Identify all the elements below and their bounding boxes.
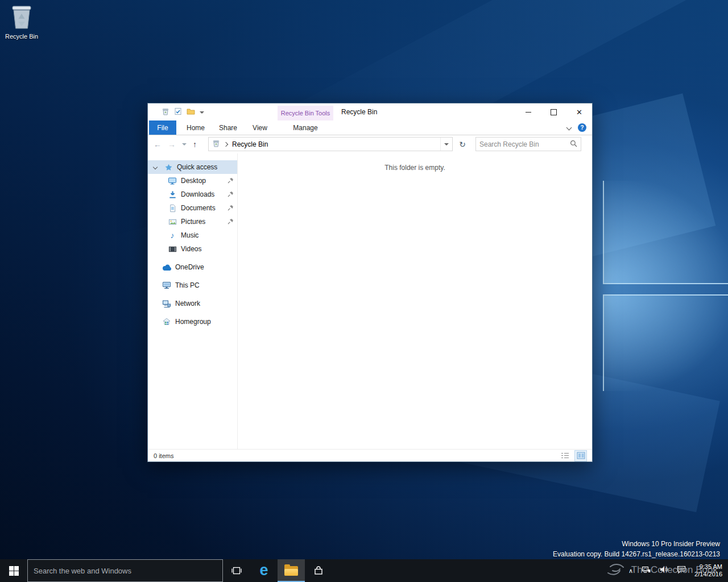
- qat-properties-button[interactable]: [174, 107, 182, 117]
- details-view-button[interactable]: [559, 451, 570, 461]
- sidebar-item-downloads[interactable]: Downloads: [148, 188, 237, 201]
- wallpaper-logo-pane: [603, 181, 728, 284]
- watermark-line2: Evaluation copy. Build 14267.rs1_release…: [553, 549, 720, 559]
- close-button[interactable]: ✕: [566, 103, 592, 120]
- breadcrumb-chevron-icon[interactable]: [224, 142, 228, 146]
- maximize-icon: [551, 109, 557, 115]
- clock-time: 9:35 AM: [694, 563, 722, 571]
- tab-file[interactable]: File: [149, 120, 176, 135]
- qat-new-folder-button[interactable]: [187, 108, 195, 117]
- ribbon-tab-row: File Home Share View Manage ?: [148, 120, 592, 135]
- edge-icon: e: [259, 563, 268, 578]
- tray-expand-icon[interactable]: ∧: [628, 567, 633, 575]
- close-icon: ✕: [576, 109, 582, 116]
- quick-access-icon: [163, 163, 173, 172]
- sidebar-item-label: Network: [175, 300, 200, 307]
- downloads-icon: [167, 190, 177, 199]
- contextual-tab-header[interactable]: Recycle Bin Tools: [278, 106, 333, 120]
- help-button[interactable]: ?: [578, 123, 586, 132]
- action-center-icon[interactable]: [677, 566, 686, 576]
- sidebar-item-onedrive[interactable]: OneDrive: [148, 260, 237, 274]
- sidebar-item-label: Music: [181, 231, 198, 239]
- volume-icon[interactable]: [659, 566, 668, 576]
- taskbar-clock[interactable]: 9:35 AM 2/14/2016: [694, 563, 722, 578]
- search-input[interactable]: [476, 140, 570, 148]
- window-title: Recycle Bin: [341, 103, 377, 120]
- sidebar-item-label: Documents: [181, 204, 216, 212]
- pictures-icon: [167, 217, 177, 226]
- documents-icon: [167, 203, 177, 213]
- file-list-area[interactable]: This folder is empty.: [238, 153, 592, 449]
- breadcrumb[interactable]: Recycle Bin: [232, 140, 268, 148]
- sidebar-item-desktop[interactable]: Desktop: [148, 174, 237, 188]
- sidebar-item-homegroup[interactable]: Homegroup: [148, 315, 237, 329]
- window-system-icon[interactable]: [162, 107, 169, 117]
- recent-locations-dropdown-icon[interactable]: [182, 143, 187, 146]
- taskbar-search-box[interactable]: [27, 559, 223, 582]
- sidebar-item-quick-access[interactable]: Quick access: [148, 160, 237, 174]
- large-icons-view-button[interactable]: [575, 451, 586, 461]
- sidebar-item-label: Homegroup: [175, 318, 211, 326]
- forward-button[interactable]: →: [168, 140, 176, 149]
- edge-button[interactable]: e: [250, 559, 278, 582]
- sidebar-item-music[interactable]: ♪ Music: [148, 228, 237, 242]
- sidebar-item-pictures[interactable]: Pictures: [148, 215, 237, 228]
- system-tray: ∧ 9:35 AM 2/14/2016: [628, 559, 728, 582]
- search-icon[interactable]: [570, 140, 577, 149]
- sidebar-item-documents[interactable]: Documents: [148, 201, 237, 215]
- task-view-button[interactable]: [223, 559, 250, 582]
- chevron-down-icon[interactable]: [153, 165, 158, 169]
- status-bar: 0 items: [148, 449, 592, 462]
- items-count: 0 items: [154, 452, 173, 459]
- title-bar[interactable]: Recycle Bin Tools Recycle Bin ✕: [148, 103, 592, 120]
- store-button[interactable]: [305, 559, 332, 582]
- pin-icon: [228, 191, 234, 199]
- empty-folder-text: This folder is empty.: [384, 164, 445, 172]
- file-explorer-window: Recycle Bin Tools Recycle Bin ✕ File Hom…: [147, 103, 593, 462]
- address-dropdown-button[interactable]: [440, 138, 452, 151]
- address-bar-row: ← → ↑ Recycle Bin ↻: [148, 135, 592, 153]
- expand-ribbon-icon[interactable]: [566, 125, 572, 131]
- address-bar[interactable]: Recycle Bin: [208, 137, 453, 151]
- up-button[interactable]: ↑: [193, 140, 197, 149]
- start-button[interactable]: [0, 559, 27, 582]
- folder-icon: [284, 566, 298, 576]
- tab-view[interactable]: View: [246, 120, 274, 135]
- qat-customize-dropdown-icon[interactable]: [200, 111, 204, 114]
- refresh-button[interactable]: ↻: [456, 137, 469, 151]
- onedrive-icon: [162, 263, 172, 272]
- minimize-icon: [526, 112, 531, 113]
- sidebar-item-label: OneDrive: [175, 263, 204, 271]
- sidebar-item-label: This PC: [175, 281, 200, 289]
- desktop-icon-label: Recycle Bin: [5, 33, 39, 40]
- recycle-bin-icon: [10, 22, 34, 31]
- sidebar-item-label: Downloads: [181, 190, 214, 198]
- desktop-recycle-bin-icon[interactable]: Recycle Bin: [5, 3, 39, 40]
- sidebar-item-label: Desktop: [181, 177, 206, 185]
- sidebar-item-network[interactable]: Network: [148, 297, 237, 310]
- network-icon: [162, 299, 172, 308]
- taskbar-search-input[interactable]: [28, 567, 222, 575]
- tab-manage[interactable]: Manage: [291, 120, 320, 135]
- network-tray-icon[interactable]: [642, 566, 651, 576]
- videos-icon: [167, 244, 177, 253]
- sidebar-item-videos[interactable]: Videos: [148, 242, 237, 256]
- desktop: Recycle Bin: [0, 0, 728, 582]
- tab-home[interactable]: Home: [182, 120, 209, 135]
- sidebar-item-this-pc[interactable]: This PC: [148, 278, 237, 292]
- task-view-icon: [231, 566, 242, 575]
- minimize-button[interactable]: [515, 103, 541, 120]
- this-pc-icon: [162, 281, 172, 290]
- tab-share[interactable]: Share: [214, 120, 242, 135]
- store-bag-icon: [313, 566, 324, 576]
- navigation-pane: Quick access Desktop Downloads: [148, 153, 238, 449]
- desktop-folder-icon: [167, 176, 177, 185]
- music-icon: ♪: [167, 231, 177, 240]
- file-explorer-button[interactable]: [278, 559, 305, 582]
- sidebar-item-label: Pictures: [181, 218, 205, 226]
- back-button[interactable]: ←: [154, 140, 162, 149]
- search-box[interactable]: [475, 137, 581, 151]
- build-watermark: Windows 10 Pro Insider Preview Evaluatio…: [553, 539, 720, 559]
- address-location-icon: [212, 139, 220, 149]
- maximize-button[interactable]: [541, 103, 566, 120]
